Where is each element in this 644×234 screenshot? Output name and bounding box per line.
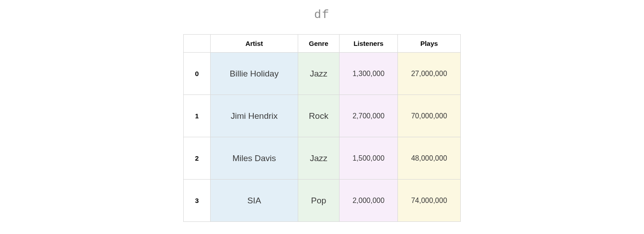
cell-artist: Jimi Hendrix bbox=[211, 95, 298, 137]
dataframe-table: Artist Genre Listeners Plays 0 Billie Ho… bbox=[183, 34, 461, 222]
header-plays: Plays bbox=[398, 35, 461, 53]
dataframe-title: df bbox=[314, 8, 330, 22]
cell-artist: SIA bbox=[211, 180, 298, 222]
row-index: 2 bbox=[184, 137, 211, 180]
row-index: 0 bbox=[184, 53, 211, 95]
table-row: 1 Jimi Hendrix Rock 2,700,000 70,000,000 bbox=[184, 95, 461, 137]
cell-genre: Rock bbox=[298, 95, 340, 137]
cell-plays: 48,000,000 bbox=[398, 137, 461, 180]
cell-plays: 70,000,000 bbox=[398, 95, 461, 137]
cell-genre: Jazz bbox=[298, 137, 340, 180]
cell-artist: Miles Davis bbox=[211, 137, 298, 180]
header-listeners: Listeners bbox=[340, 35, 398, 53]
cell-genre: Pop bbox=[298, 180, 340, 222]
cell-listeners: 1,300,000 bbox=[340, 53, 398, 95]
cell-plays: 74,000,000 bbox=[398, 180, 461, 222]
table-row: 2 Miles Davis Jazz 1,500,000 48,000,000 bbox=[184, 137, 461, 180]
header-artist: Artist bbox=[211, 35, 298, 53]
cell-genre: Jazz bbox=[298, 53, 340, 95]
row-index: 3 bbox=[184, 180, 211, 222]
cell-plays: 27,000,000 bbox=[398, 53, 461, 95]
row-index: 1 bbox=[184, 95, 211, 137]
table-row: 3 SIA Pop 2,000,000 74,000,000 bbox=[184, 180, 461, 222]
cell-listeners: 2,000,000 bbox=[340, 180, 398, 222]
header-index-corner bbox=[184, 35, 211, 53]
cell-listeners: 2,700,000 bbox=[340, 95, 398, 137]
cell-artist: Billie Holiday bbox=[211, 53, 298, 95]
cell-listeners: 1,500,000 bbox=[340, 137, 398, 180]
table-row: 0 Billie Holiday Jazz 1,300,000 27,000,0… bbox=[184, 53, 461, 95]
header-row: Artist Genre Listeners Plays bbox=[184, 35, 461, 53]
header-genre: Genre bbox=[298, 35, 340, 53]
